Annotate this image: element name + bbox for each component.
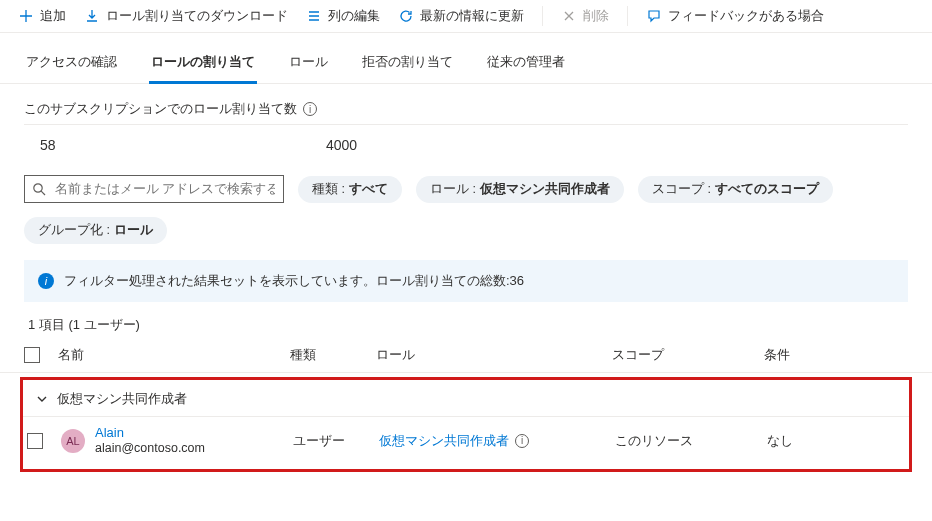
filter-role-key: ロール : — [430, 181, 476, 198]
role-link[interactable]: 仮想マシン共同作成者 — [379, 432, 509, 450]
header-scope[interactable]: スコープ — [612, 346, 764, 364]
feedback-button[interactable]: フィードバックがある場合 — [646, 7, 824, 25]
command-bar: 追加 ロール割り当てのダウンロード 列の編集 最新の情報に更新 削除 フィードバ… — [0, 0, 932, 33]
cell-role: 仮想マシン共同作成者 i — [379, 432, 615, 450]
chevron-down-icon — [35, 392, 49, 406]
filter-bar: 種類 : すべて ロール : 仮想マシン共同作成者 スコープ : すべてのスコー… — [0, 161, 932, 260]
add-button[interactable]: 追加 — [18, 7, 66, 25]
tab-classic-admins[interactable]: 従来の管理者 — [485, 47, 567, 84]
quota-values: 58 4000 — [24, 125, 908, 153]
row-checkbox[interactable] — [27, 433, 43, 449]
quota-title: このサブスクリプションでのロール割り当て数 — [24, 100, 297, 118]
search-box[interactable] — [24, 175, 284, 203]
info-icon[interactable]: i — [303, 102, 317, 116]
tab-check-access[interactable]: アクセスの確認 — [24, 47, 119, 84]
filter-scope[interactable]: スコープ : すべてのスコープ — [638, 176, 833, 203]
toolbar-separator — [542, 6, 543, 26]
group-row[interactable]: 仮想マシン共同作成者 — [23, 380, 909, 417]
table-row[interactable]: AL Alain alain@contoso.com ユーザー 仮想マシン共同作… — [23, 417, 909, 457]
quota-title-row: このサブスクリプションでのロール割り当て数 i — [24, 100, 908, 125]
quota-section: このサブスクリプションでのロール割り当て数 i 58 4000 — [0, 84, 932, 161]
feedback-label: フィードバックがある場合 — [668, 7, 824, 25]
search-input[interactable] — [53, 181, 277, 197]
filter-type-key: 種類 : — [312, 181, 345, 198]
quota-current: 58 — [26, 137, 326, 153]
cell-type: ユーザー — [293, 432, 379, 450]
table-header: 名前 種類 ロール スコープ 条件 — [0, 340, 932, 373]
info-message-bar: i フィルター処理された結果セットを表示しています。ロール割り当ての総数:36 — [24, 260, 908, 302]
select-all-checkbox[interactable] — [24, 347, 40, 363]
info-icon[interactable]: i — [515, 434, 529, 448]
tab-deny-assignments[interactable]: 拒否の割り当て — [360, 47, 455, 84]
highlighted-results: 仮想マシン共同作成者 AL Alain alain@contoso.com ユー… — [20, 377, 912, 472]
filter-scope-value: すべてのスコープ — [715, 181, 819, 198]
tab-bar: アクセスの確認 ロールの割り当て ロール 拒否の割り当て 従来の管理者 — [0, 33, 932, 84]
quota-max: 4000 — [326, 137, 357, 153]
group-title: 仮想マシン共同作成者 — [57, 390, 187, 408]
filter-role-value: 仮想マシン共同作成者 — [480, 181, 610, 198]
refresh-label: 最新の情報に更新 — [420, 7, 524, 25]
header-condition[interactable]: 条件 — [764, 346, 908, 364]
delete-label: 削除 — [583, 7, 609, 25]
svg-point-0 — [34, 184, 42, 192]
avatar: AL — [61, 429, 85, 453]
header-name[interactable]: 名前 — [58, 346, 290, 364]
tab-role-assignments[interactable]: ロールの割り当て — [149, 47, 257, 84]
delete-button: 削除 — [561, 7, 609, 25]
edit-columns-button[interactable]: 列の編集 — [306, 7, 380, 25]
plus-icon — [18, 8, 34, 24]
toolbar-separator — [627, 6, 628, 26]
download-icon — [84, 8, 100, 24]
filter-type[interactable]: 種類 : すべて — [298, 176, 402, 203]
user-name-link[interactable]: Alain — [95, 425, 205, 441]
delete-icon — [561, 8, 577, 24]
tab-roles[interactable]: ロール — [287, 47, 330, 84]
filter-groupby-key: グループ化 : — [38, 222, 110, 239]
filter-scope-key: スコープ : — [652, 181, 711, 198]
download-button[interactable]: ロール割り当てのダウンロード — [84, 7, 288, 25]
user-email: alain@contoso.com — [95, 441, 205, 457]
filter-type-value: すべて — [349, 181, 388, 198]
result-summary: 1 項目 (1 ユーザー) — [0, 316, 932, 340]
header-role[interactable]: ロール — [376, 346, 612, 364]
download-label: ロール割り当てのダウンロード — [106, 7, 288, 25]
columns-icon — [306, 8, 322, 24]
search-icon — [31, 181, 47, 197]
refresh-icon — [398, 8, 414, 24]
info-message-text: フィルター処理された結果セットを表示しています。ロール割り当ての総数:36 — [64, 272, 524, 290]
cell-condition: なし — [767, 432, 905, 450]
refresh-button[interactable]: 最新の情報に更新 — [398, 7, 524, 25]
header-type[interactable]: 種類 — [290, 346, 376, 364]
add-label: 追加 — [40, 7, 66, 25]
feedback-icon — [646, 8, 662, 24]
edit-columns-label: 列の編集 — [328, 7, 380, 25]
filter-groupby-value: ロール — [114, 222, 153, 239]
cell-name: AL Alain alain@contoso.com — [61, 425, 293, 457]
info-icon: i — [38, 273, 54, 289]
filter-groupby[interactable]: グループ化 : ロール — [24, 217, 167, 244]
filter-role[interactable]: ロール : 仮想マシン共同作成者 — [416, 176, 624, 203]
cell-scope: このリソース — [615, 432, 767, 450]
